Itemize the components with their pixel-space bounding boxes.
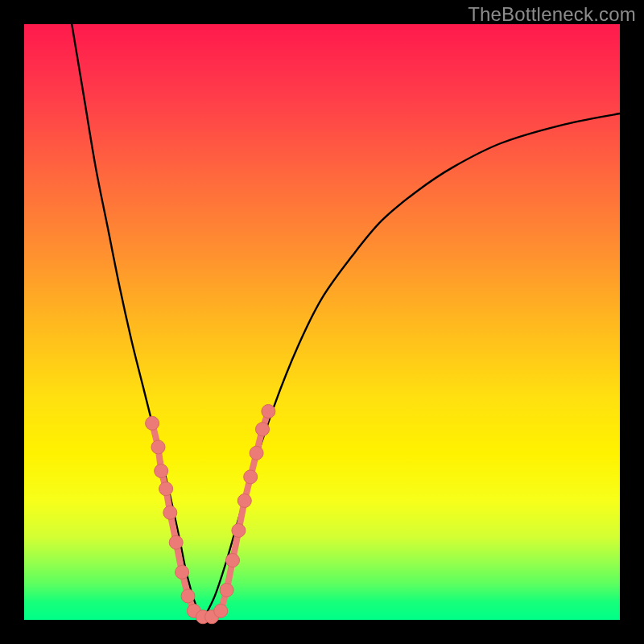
- sample-dot: [262, 405, 275, 419]
- sample-dot: [163, 506, 177, 519]
- sample-dot: [232, 524, 246, 538]
- watermark-text: TheBottleneck.com: [468, 3, 636, 26]
- sample-dot: [181, 589, 195, 603]
- sample-dot: [244, 470, 258, 484]
- sample-dot: [250, 446, 263, 460]
- sample-dot: [175, 565, 189, 579]
- sample-dot: [237, 494, 251, 508]
- bottleneck-curve-left: [72, 24, 203, 620]
- sample-dot: [169, 535, 183, 549]
- sample-dot: [155, 464, 168, 478]
- highlighted-samples-group: [146, 405, 275, 624]
- sample-dot: [151, 440, 165, 454]
- sample-dot: [220, 584, 233, 597]
- sample-dot: [159, 482, 173, 496]
- sample-dot: [146, 416, 159, 430]
- sample-dot: [256, 423, 270, 436]
- sample-dot: [226, 554, 240, 568]
- chart-svg: [24, 24, 620, 620]
- sample-dot: [214, 604, 228, 617]
- chart-frame: TheBottleneck.com: [0, 0, 644, 644]
- bottleneck-curve-right: [203, 114, 620, 620]
